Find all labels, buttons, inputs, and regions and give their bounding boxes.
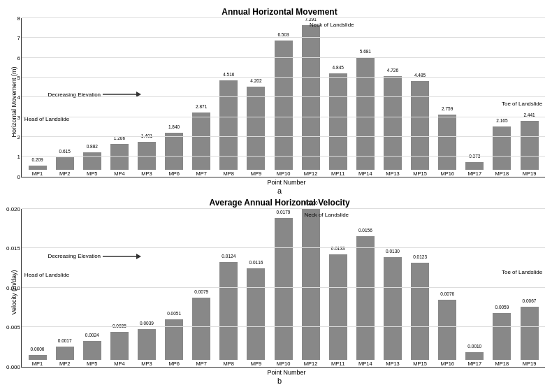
- bar: 2.759: [438, 115, 456, 169]
- bar-group: 0.0059MP18: [489, 209, 515, 368]
- chart1-area: Horizontal Movement (m) 0.209MP10.615MP2…: [7, 18, 552, 186]
- bar-group: 0.0024MP5: [79, 209, 105, 368]
- bar-group: 0.0035MP4: [106, 209, 132, 368]
- bar-group: 0.0006MP1: [24, 209, 50, 368]
- chart1-title: Annual Horizontal Movement: [222, 7, 337, 17]
- bar: 5.681: [356, 57, 375, 170]
- chart2-xaxis-label: Point Number: [21, 369, 552, 376]
- bar-group: 1.840MP6: [161, 18, 187, 177]
- bar-value-label: 4.845: [333, 65, 344, 70]
- chart1-bars: 0.209MP10.615MP20.882MP51.286MP41.401MP3…: [22, 18, 545, 177]
- y-tick-label: 0.000: [6, 364, 20, 370]
- y-tick-label: 0.005: [6, 324, 20, 331]
- bar: 0.0024: [83, 341, 101, 360]
- y-tick-label: 1: [17, 154, 20, 160]
- bar: 2.165: [493, 126, 511, 169]
- bar-x-label: MP2: [59, 170, 70, 177]
- bar-x-label: MP12: [304, 361, 318, 367]
- bar-value-label: 5.681: [360, 49, 371, 54]
- bar: 0.0051: [165, 319, 183, 360]
- bar: 2.441: [521, 121, 539, 169]
- bar-group: 5.681MP14: [352, 18, 378, 177]
- bar: 0.209: [29, 166, 47, 170]
- bar-group: 0.0017MP2: [52, 209, 78, 368]
- bar-group: 2.759MP16: [435, 18, 460, 177]
- bar-value-label: 0.0130: [386, 249, 400, 254]
- chart1-letter: a: [277, 187, 282, 195]
- bar-value-label: 0.0123: [413, 254, 427, 259]
- bar-value-label: 0.0017: [58, 338, 72, 343]
- bar-x-label: MP4: [114, 170, 124, 177]
- bar-group: 6.503MP10: [270, 18, 296, 177]
- bar: 0.0010: [465, 352, 484, 360]
- bar-x-label: MP18: [495, 170, 509, 177]
- bar-x-label: MP7: [196, 361, 207, 367]
- bar-x-label: MP9: [251, 361, 261, 367]
- chart2-letter: b: [277, 377, 282, 385]
- bar-value-label: 0.0039: [140, 321, 154, 326]
- bar: 1.840: [165, 133, 183, 169]
- bar-x-label: MP8: [224, 361, 234, 367]
- bar-group: 0.0010MP17: [462, 209, 488, 368]
- bar-value-label: 2.165: [496, 118, 507, 123]
- bar-group: 2.441MP19: [516, 18, 542, 177]
- y-tick-label: 2: [17, 133, 20, 140]
- bar: 0.0200: [302, 209, 320, 361]
- bar-value-label: 0.0076: [440, 291, 454, 296]
- chart2-plot-wrapper: 0.0006MP10.0017MP20.0024MP50.0035MP40.00…: [21, 209, 552, 377]
- chart1-plot-inner: 0.209MP10.615MP20.882MP51.286MP41.401MP3…: [21, 18, 545, 177]
- chart2-area: Velocity (m/day) 0.0006MP10.0017MP20.002…: [7, 209, 552, 377]
- bar: 0.0079: [192, 298, 210, 360]
- bar: 0.0133: [329, 254, 347, 360]
- chart2-yaxis-label: Velocity (m/day): [7, 209, 21, 377]
- y-tick-label: 0.010: [6, 284, 20, 291]
- bar: 2.871: [192, 112, 210, 169]
- bar-x-label: MP10: [277, 170, 291, 177]
- bar-value-label: 0.0156: [358, 228, 372, 233]
- bar-group: 0.882MP5: [79, 18, 105, 177]
- bar-group: 1.401MP3: [133, 18, 159, 177]
- bar-group: 0.0116MP9: [243, 209, 269, 368]
- bar-group: 2.165MP18: [489, 18, 515, 177]
- chart2-plot-inner: 0.0006MP10.0017MP20.0024MP50.0035MP40.00…: [21, 209, 545, 368]
- bar-group: 0.0133MP11: [325, 209, 351, 368]
- bar-value-label: 0.209: [31, 157, 43, 162]
- bar: 0.615: [56, 157, 74, 169]
- bar-group: 0.373MP17: [462, 18, 488, 177]
- bar-group: 0.0179MP10: [270, 209, 296, 368]
- bar-x-label: MP1: [32, 361, 43, 367]
- bar-group: 0.0123MP15: [407, 209, 433, 368]
- bar-value-label: 0.0124: [222, 254, 235, 259]
- bar-group: 4.845MP11: [325, 18, 351, 177]
- bar-group: 0.0200MP12: [298, 209, 324, 368]
- bar: 0.882: [83, 152, 101, 170]
- bar-value-label: 1.840: [168, 124, 180, 129]
- bar: 0.0059: [493, 313, 511, 360]
- bar-group: 0.0051MP6: [161, 209, 187, 368]
- bar-x-label: MP1: [32, 170, 43, 177]
- bar-x-label: MP19: [523, 170, 537, 177]
- bar-x-label: MP10: [277, 361, 291, 367]
- bar-value-label: 0.0059: [495, 305, 509, 310]
- bar-x-label: MP6: [168, 361, 179, 367]
- bar-group: 0.0130MP13: [379, 209, 405, 368]
- bar-value-label: 0.0079: [194, 289, 208, 294]
- bar-x-label: MP16: [440, 170, 454, 177]
- bar-x-label: MP11: [331, 170, 345, 177]
- bar-x-label: MP16: [440, 361, 454, 367]
- bar-value-label: 0.615: [59, 149, 71, 154]
- y-tick-label: 0.015: [6, 245, 20, 252]
- bar: 0.373: [465, 162, 484, 170]
- bar-value-label: 4.516: [223, 72, 234, 77]
- bar-value-label: 0.0067: [523, 298, 537, 303]
- bar-group: 4.516MP8: [216, 18, 242, 177]
- bar-group: 1.286MP4: [106, 18, 132, 177]
- bar-x-label: MP17: [468, 170, 482, 177]
- bar-group: 4.485MP15: [407, 18, 433, 177]
- bar-group: 4.726MP13: [379, 18, 405, 177]
- bar-x-label: MP19: [523, 361, 537, 367]
- page: Annual Horizontal Movement Horizontal Mo…: [0, 0, 559, 392]
- chart2-bars: 0.0006MP10.0017MP20.0024MP50.0035MP40.00…: [22, 209, 545, 368]
- bar-value-label: 2.759: [442, 106, 453, 111]
- y-tick-label: 3: [17, 114, 20, 120]
